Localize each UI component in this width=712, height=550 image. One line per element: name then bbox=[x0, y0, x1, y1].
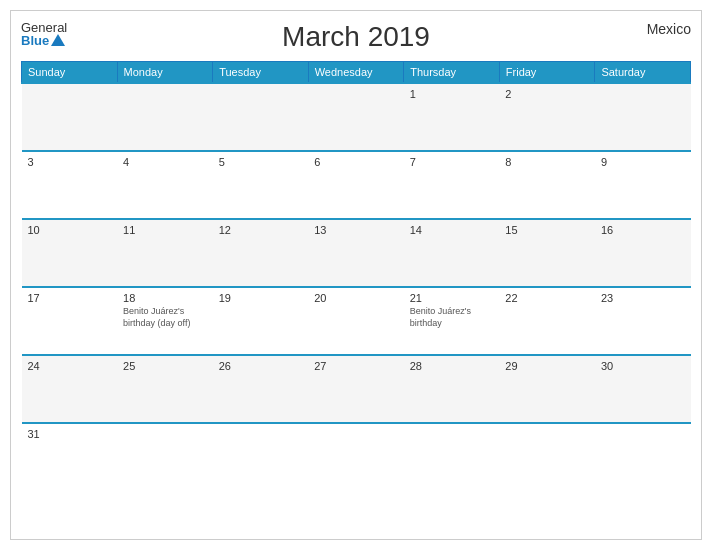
day-number: 4 bbox=[123, 156, 207, 168]
day-cell: 15 bbox=[499, 219, 595, 287]
day-cell: 2 bbox=[499, 83, 595, 151]
calendar-container: General Blue March 2019 Mexico SundayMon… bbox=[10, 10, 702, 540]
day-cell bbox=[595, 423, 691, 491]
day-cell bbox=[213, 83, 309, 151]
day-cell bbox=[308, 423, 404, 491]
day-number: 1 bbox=[410, 88, 494, 100]
day-cell bbox=[117, 423, 213, 491]
day-cell: 25 bbox=[117, 355, 213, 423]
day-number: 17 bbox=[28, 292, 112, 304]
day-number: 26 bbox=[219, 360, 303, 372]
day-cell: 30 bbox=[595, 355, 691, 423]
weekday-header-monday: Monday bbox=[117, 62, 213, 84]
day-cell: 12 bbox=[213, 219, 309, 287]
day-number: 31 bbox=[28, 428, 112, 440]
weekday-header-saturday: Saturday bbox=[595, 62, 691, 84]
day-number: 23 bbox=[601, 292, 685, 304]
day-number: 28 bbox=[410, 360, 494, 372]
day-number: 16 bbox=[601, 224, 685, 236]
day-number: 21 bbox=[410, 292, 494, 304]
day-number: 14 bbox=[410, 224, 494, 236]
day-cell: 10 bbox=[22, 219, 118, 287]
week-row-3: 1718Benito Juárez's birthday (day off)19… bbox=[22, 287, 691, 355]
weekday-header-row: SundayMondayTuesdayWednesdayThursdayFrid… bbox=[22, 62, 691, 84]
day-number: 27 bbox=[314, 360, 398, 372]
day-cell: 7 bbox=[404, 151, 500, 219]
logo-blue-text: Blue bbox=[21, 34, 67, 47]
day-cell: 13 bbox=[308, 219, 404, 287]
day-cell bbox=[22, 83, 118, 151]
calendar-table: SundayMondayTuesdayWednesdayThursdayFrid… bbox=[21, 61, 691, 491]
day-cell: 31 bbox=[22, 423, 118, 491]
weekday-header-sunday: Sunday bbox=[22, 62, 118, 84]
week-row-1: 3456789 bbox=[22, 151, 691, 219]
day-cell: 18Benito Juárez's birthday (day off) bbox=[117, 287, 213, 355]
week-row-0: 12 bbox=[22, 83, 691, 151]
day-cell bbox=[595, 83, 691, 151]
day-number: 15 bbox=[505, 224, 589, 236]
day-number: 10 bbox=[28, 224, 112, 236]
day-cell: 20 bbox=[308, 287, 404, 355]
day-cell bbox=[213, 423, 309, 491]
day-cell: 5 bbox=[213, 151, 309, 219]
day-cell: 8 bbox=[499, 151, 595, 219]
day-cell: 21Benito Juárez's birthday bbox=[404, 287, 500, 355]
day-cell: 29 bbox=[499, 355, 595, 423]
day-number: 25 bbox=[123, 360, 207, 372]
calendar-thead: SundayMondayTuesdayWednesdayThursdayFrid… bbox=[22, 62, 691, 84]
day-cell: 9 bbox=[595, 151, 691, 219]
day-cell: 26 bbox=[213, 355, 309, 423]
day-cell: 22 bbox=[499, 287, 595, 355]
weekday-header-tuesday: Tuesday bbox=[213, 62, 309, 84]
day-cell: 6 bbox=[308, 151, 404, 219]
calendar-title: March 2019 bbox=[282, 21, 430, 53]
day-cell: 1 bbox=[404, 83, 500, 151]
day-number: 8 bbox=[505, 156, 589, 168]
day-cell: 14 bbox=[404, 219, 500, 287]
day-number: 2 bbox=[505, 88, 589, 100]
event-text: Benito Juárez's birthday (day off) bbox=[123, 306, 207, 329]
day-number: 6 bbox=[314, 156, 398, 168]
day-cell bbox=[404, 423, 500, 491]
day-number: 13 bbox=[314, 224, 398, 236]
event-text: Benito Juárez's birthday bbox=[410, 306, 494, 329]
weekday-header-friday: Friday bbox=[499, 62, 595, 84]
day-cell bbox=[499, 423, 595, 491]
day-cell: 3 bbox=[22, 151, 118, 219]
logo: General Blue bbox=[21, 21, 67, 47]
day-number: 12 bbox=[219, 224, 303, 236]
day-number: 9 bbox=[601, 156, 685, 168]
week-row-2: 10111213141516 bbox=[22, 219, 691, 287]
day-number: 5 bbox=[219, 156, 303, 168]
calendar-tbody: 123456789101112131415161718Benito Juárez… bbox=[22, 83, 691, 491]
day-cell: 16 bbox=[595, 219, 691, 287]
day-number: 29 bbox=[505, 360, 589, 372]
day-number: 24 bbox=[28, 360, 112, 372]
calendar-header: General Blue March 2019 Mexico bbox=[21, 21, 691, 53]
day-number: 30 bbox=[601, 360, 685, 372]
logo-triangle-icon bbox=[51, 34, 65, 46]
day-number: 20 bbox=[314, 292, 398, 304]
week-row-5: 31 bbox=[22, 423, 691, 491]
day-cell: 11 bbox=[117, 219, 213, 287]
day-cell: 4 bbox=[117, 151, 213, 219]
day-cell bbox=[308, 83, 404, 151]
weekday-header-thursday: Thursday bbox=[404, 62, 500, 84]
day-cell: 28 bbox=[404, 355, 500, 423]
day-cell: 27 bbox=[308, 355, 404, 423]
day-number: 7 bbox=[410, 156, 494, 168]
week-row-4: 24252627282930 bbox=[22, 355, 691, 423]
weekday-header-wednesday: Wednesday bbox=[308, 62, 404, 84]
day-cell: 19 bbox=[213, 287, 309, 355]
day-number: 22 bbox=[505, 292, 589, 304]
day-number: 18 bbox=[123, 292, 207, 304]
day-number: 19 bbox=[219, 292, 303, 304]
day-cell bbox=[117, 83, 213, 151]
day-cell: 24 bbox=[22, 355, 118, 423]
country-label: Mexico bbox=[647, 21, 691, 37]
day-number: 3 bbox=[28, 156, 112, 168]
day-number: 11 bbox=[123, 224, 207, 236]
day-cell: 23 bbox=[595, 287, 691, 355]
day-cell: 17 bbox=[22, 287, 118, 355]
